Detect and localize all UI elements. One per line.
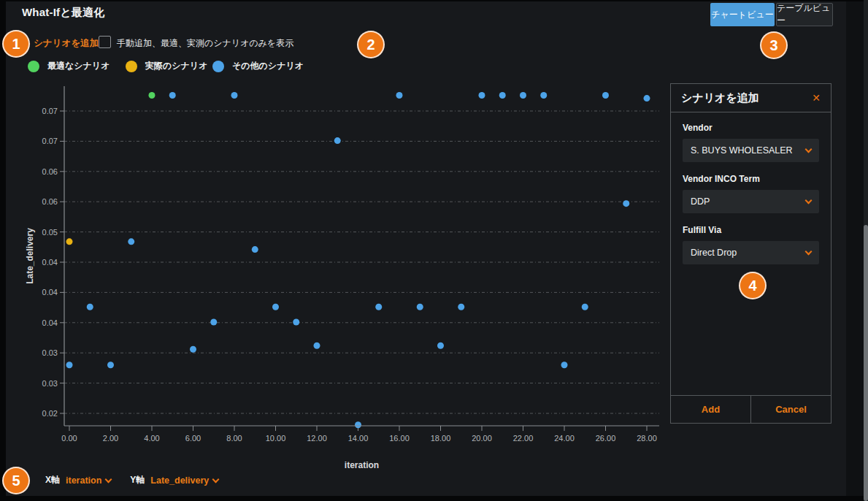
- fulfill-via-field-label: Fulfill Via: [683, 225, 819, 235]
- fulfill-via-select[interactable]: Direct Drop: [683, 241, 819, 264]
- svg-text:8.00: 8.00: [226, 434, 242, 443]
- svg-text:28.00: 28.00: [637, 434, 657, 443]
- data-point: [149, 92, 155, 99]
- svg-text:6.00: 6.00: [185, 434, 201, 443]
- data-point: [437, 343, 444, 349]
- data-point: [334, 137, 341, 144]
- fulfill-via-select-value: Direct Drop: [691, 248, 737, 258]
- cancel-button[interactable]: Cancel: [751, 396, 831, 423]
- y-axis-title: Late_delivery: [25, 228, 35, 284]
- x-axis-select-value: iteration: [66, 475, 101, 486]
- svg-text:16.00: 16.00: [389, 434, 410, 443]
- svg-text:0.06: 0.06: [42, 197, 58, 206]
- svg-text:0.07: 0.07: [42, 107, 58, 115]
- data-point: [582, 304, 588, 310]
- add-button[interactable]: Add: [671, 396, 751, 423]
- svg-text:0.02: 0.02: [42, 409, 58, 418]
- svg-text:12.00: 12.00: [307, 434, 327, 443]
- svg-text:20.00: 20.00: [472, 434, 492, 443]
- annotation-marker-5: 5: [2, 467, 30, 494]
- close-icon[interactable]: ✕: [812, 92, 821, 104]
- svg-text:0.05: 0.05: [42, 228, 58, 237]
- inco-term-field-label: Vendor INCO Term: [683, 174, 819, 184]
- svg-text:0.03: 0.03: [42, 379, 58, 388]
- vendor-select[interactable]: S. BUYS WHOLESALER: [683, 139, 819, 162]
- data-point: [169, 92, 176, 99]
- data-point: [128, 238, 134, 245]
- svg-text:0.00: 0.00: [61, 434, 77, 443]
- panel-title: シナリオを追加: [681, 91, 759, 105]
- annotation-marker-1: 1: [2, 30, 30, 58]
- chart-points: [66, 92, 650, 428]
- data-point: [87, 304, 93, 310]
- data-point: [314, 343, 320, 349]
- panel-header: シナリオを追加 ✕: [671, 84, 831, 112]
- svg-text:10.00: 10.00: [266, 434, 286, 443]
- data-point: [66, 238, 73, 245]
- svg-text:18.00: 18.00: [431, 434, 451, 443]
- svg-text:0.04: 0.04: [42, 288, 58, 297]
- data-point: [623, 200, 629, 207]
- y-axis-select-value: Late_delivery: [150, 475, 209, 486]
- series-0: [149, 92, 155, 99]
- data-point: [499, 92, 506, 99]
- data-point: [355, 421, 361, 428]
- series-2: [66, 92, 650, 428]
- data-point: [458, 304, 464, 310]
- annotation-marker-4: 4: [739, 272, 767, 299]
- series-1: [66, 238, 73, 245]
- data-point: [210, 318, 217, 325]
- data-point: [252, 246, 258, 253]
- annotation-marker-2: 2: [357, 31, 385, 58]
- chevron-down-icon: [805, 248, 813, 256]
- panel-footer: Add Cancel: [671, 395, 831, 423]
- svg-text:0.04: 0.04: [42, 318, 58, 327]
- svg-text:2.00: 2.00: [103, 434, 118, 443]
- vendor-field-label: Vendor: [683, 123, 819, 133]
- svg-text:24.00: 24.00: [554, 434, 575, 443]
- svg-text:26.00: 26.00: [596, 434, 616, 443]
- panel-body: Vendor S. BUYS WHOLESALER Vendor INCO Te…: [671, 112, 831, 264]
- chevron-down-icon: [105, 476, 112, 483]
- vendor-select-value: S. BUYS WHOLESALER: [691, 145, 793, 156]
- svg-text:0.03: 0.03: [42, 348, 58, 357]
- data-point: [231, 92, 238, 99]
- data-point: [272, 304, 279, 310]
- inco-term-select-value: DDP: [691, 196, 710, 207]
- svg-text:14.00: 14.00: [348, 434, 369, 443]
- annotation-marker-3: 3: [760, 31, 788, 59]
- data-point: [540, 92, 547, 99]
- data-point: [190, 346, 196, 353]
- data-point: [417, 304, 423, 310]
- x-axis-label: X軸: [45, 474, 60, 486]
- data-point: [66, 362, 73, 368]
- y-axis-select[interactable]: Late_delivery: [150, 475, 218, 486]
- svg-text:4.00: 4.00: [144, 434, 159, 443]
- data-point: [520, 92, 526, 99]
- x-axis-title: iteration: [345, 460, 379, 470]
- add-scenario-panel: シナリオを追加 ✕ Vendor S. BUYS WHOLESALER Vend…: [670, 83, 831, 424]
- data-point: [561, 362, 568, 368]
- svg-text:0.07: 0.07: [42, 137, 58, 145]
- data-point: [396, 92, 403, 99]
- svg-text:22.00: 22.00: [513, 434, 534, 443]
- data-point: [602, 92, 609, 99]
- chevron-down-icon: [805, 197, 813, 204]
- chart-gridlines: [64, 111, 659, 413]
- data-point: [107, 362, 114, 368]
- chevron-down-icon: [805, 146, 813, 153]
- axis-controls: X軸 iteration Y軸 Late_delivery: [45, 474, 218, 486]
- x-axis-select[interactable]: iteration: [66, 475, 111, 486]
- chevron-down-icon: [212, 476, 220, 483]
- chart-ticks: 0.070.070.060.060.050.040.040.040.030.03…: [42, 107, 657, 443]
- data-point: [644, 95, 650, 102]
- data-point: [293, 318, 299, 325]
- data-point: [375, 304, 382, 310]
- what-if-optimization-page: What-Ifと最適化 チャートビュー テーブルビュー + シナリオを追加 手動…: [0, 0, 868, 501]
- svg-text:0.06: 0.06: [42, 167, 58, 176]
- svg-text:0.04: 0.04: [42, 258, 58, 267]
- y-axis-label: Y軸: [130, 474, 145, 486]
- inco-term-select[interactable]: DDP: [683, 190, 819, 213]
- chart-axes: iterationLate_delivery: [25, 86, 659, 470]
- data-point: [479, 92, 485, 99]
